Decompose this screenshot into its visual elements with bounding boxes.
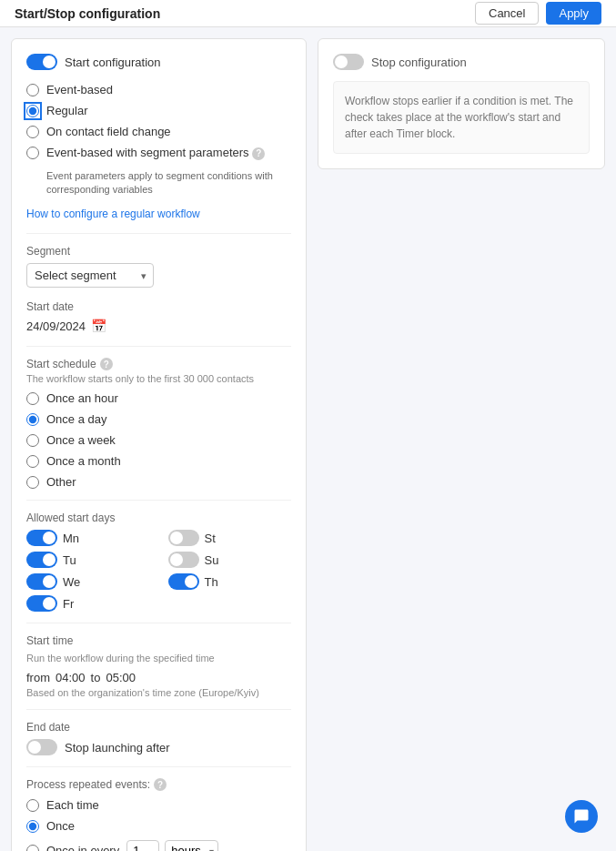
apply-button[interactable]: Apply (546, 2, 601, 25)
radio-once-process: Once (26, 819, 291, 833)
calendar-icon[interactable]: 📅 (91, 319, 106, 333)
right-panel: Stop configuration Workflow stops earlie… (318, 38, 605, 169)
radio-once-month: Once a month (26, 454, 291, 468)
process-events-radio-group: Each time Once Once in every h (26, 798, 291, 851)
radio-once-hour-label[interactable]: Once an hour (46, 391, 118, 405)
day-th-toggle[interactable] (168, 573, 199, 590)
process-events-section: Process repeated events: ? Each time Onc… (26, 778, 291, 851)
end-date-label: End date (26, 721, 291, 734)
day-mn: Mn (26, 530, 150, 546)
schedule-help-icon[interactable]: ? (100, 358, 113, 370)
timezone-note: Based on the organization's time zone (E… (26, 687, 291, 698)
radio-once-every: Once in every hours days (26, 840, 291, 851)
day-th: Th (168, 573, 292, 590)
allowed-days-section: Allowed start days Mn St (26, 512, 291, 612)
header: Start/Stop configuration Cancel Apply (0, 0, 616, 27)
start-time-sublabel: Run the workflow during the specified ti… (26, 653, 291, 664)
time-from-label: from (26, 671, 50, 684)
start-config-toggle[interactable] (26, 54, 57, 70)
schedule-label: Start schedule (26, 358, 96, 370)
day-we-label: We (63, 575, 80, 589)
radio-contact-field: On contact field change (26, 125, 291, 138)
once-every-controls: hours days (126, 840, 218, 851)
chat-bubble[interactable] (565, 800, 598, 833)
chat-icon (573, 808, 590, 825)
divider-6 (26, 766, 291, 767)
day-st: St (168, 530, 292, 546)
day-mn-toggle[interactable] (26, 530, 57, 546)
stop-config-note: Workflow stops earlier if a condition is… (333, 81, 590, 154)
radio-once-week: Once a week (26, 433, 291, 447)
radio-event-based-label[interactable]: Event-based (46, 83, 113, 96)
day-su: Su (168, 552, 292, 568)
start-time-section: Start time Run the workflow during the s… (26, 634, 291, 698)
radio-once-hour: Once an hour (26, 391, 291, 405)
cancel-button[interactable]: Cancel (475, 2, 539, 25)
process-events-help-icon[interactable]: ? (154, 778, 167, 791)
day-mn-label: Mn (63, 532, 79, 545)
schedule-radio-group: Once an hour Once a day Once a week Once… (26, 391, 291, 489)
day-su-label: Su (205, 553, 219, 567)
stop-config-label: Stop configuration (371, 56, 467, 69)
day-tu-label: Tu (63, 553, 76, 567)
day-st-toggle[interactable] (168, 530, 199, 546)
day-su-toggle[interactable] (168, 552, 199, 568)
divider-1 (26, 233, 291, 234)
radio-once-every-label[interactable]: Once in every (46, 844, 119, 851)
left-panel: Start configuration Event-based Regular … (11, 38, 307, 851)
radio-regular-label[interactable]: Regular (46, 104, 88, 117)
radio-once-month-label[interactable]: Once a month (46, 454, 121, 468)
divider-5 (26, 709, 291, 710)
radio-once-day-label[interactable]: Once a day (46, 412, 107, 426)
help-link[interactable]: How to configure a regular workflow (26, 208, 291, 220)
day-tu: Tu (26, 552, 150, 568)
day-fr-toggle[interactable] (26, 595, 57, 612)
segment-select-container: Select segment (26, 263, 154, 288)
day-fr: Fr (26, 595, 150, 612)
radio-other: Other (26, 475, 291, 489)
stop-config-toggle[interactable] (333, 54, 364, 70)
start-config-label: Start configuration (65, 56, 161, 69)
radio-once-process-label[interactable]: Once (46, 819, 75, 833)
start-config-toggle-row: Start configuration (26, 54, 291, 70)
day-fr-label: Fr (63, 597, 74, 611)
stop-config-header: Stop configuration (333, 54, 590, 70)
day-we: We (26, 573, 150, 590)
end-date-toggle[interactable] (26, 739, 57, 755)
radio-contact-field-label[interactable]: On contact field change (46, 125, 171, 138)
schedule-note: The workflow starts only to the first 30… (26, 373, 291, 384)
day-we-toggle[interactable] (26, 573, 57, 590)
day-th-label: Th (205, 575, 218, 589)
schedule-header: Start schedule ? (26, 358, 291, 370)
radio-each-time-label[interactable]: Each time (46, 798, 99, 812)
radio-event-based: Event-based (26, 83, 291, 96)
radio-regular: Regular (26, 104, 291, 117)
start-type-radio-group: Event-based Regular On contact field cha… (26, 83, 291, 197)
time-from-value: 04:00 (56, 671, 86, 684)
start-date-field: 24/09/2024 📅 (26, 319, 291, 333)
days-grid: Mn St Tu (26, 530, 291, 612)
divider-4 (26, 623, 291, 623)
radio-once-week-label[interactable]: Once a week (46, 433, 116, 447)
radio-once-day: Once a day (26, 412, 291, 426)
radio-other-label[interactable]: Other (46, 475, 76, 489)
process-events-label: Process repeated events: (26, 778, 150, 791)
radio-each-time: Each time (26, 798, 291, 812)
once-every-number-input[interactable] (126, 840, 159, 851)
segment-select-wrapper: Select segment (26, 263, 291, 288)
header-actions: Cancel Apply (475, 2, 601, 25)
segment-select[interactable]: Select segment (26, 263, 154, 288)
process-events-header: Process repeated events: ? (26, 778, 291, 791)
radio-event-segment: Event-based with segment parameters ? (26, 146, 291, 160)
start-date-label: Start date (26, 300, 291, 313)
allowed-days-label: Allowed start days (26, 512, 291, 524)
day-tu-toggle[interactable] (26, 552, 57, 568)
page-title: Start/Stop configuration (15, 6, 160, 21)
day-st-label: St (205, 532, 216, 545)
event-segment-help-icon[interactable]: ? (252, 147, 265, 160)
end-date-row: Stop launching after (26, 739, 291, 755)
end-date-toggle-label: Stop launching after (65, 741, 170, 755)
divider-2 (26, 346, 291, 347)
radio-event-segment-label[interactable]: Event-based with segment parameters ? (46, 146, 265, 160)
hours-select[interactable]: hours days (165, 840, 218, 851)
